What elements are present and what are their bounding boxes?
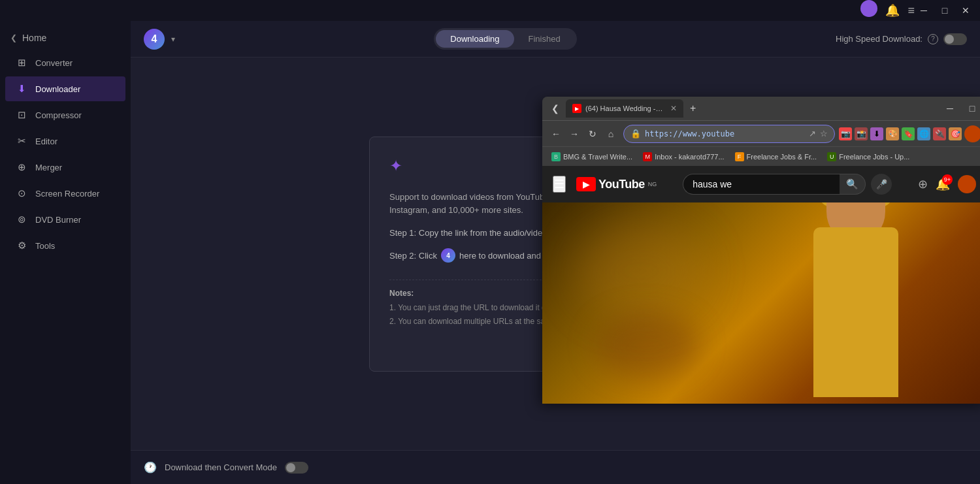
sidebar-item-dvd-burner[interactable]: ⊚ DVD Burner	[5, 207, 125, 232]
bookmark-freelance2[interactable]: U Freelance Jobs - Up...	[823, 151, 913, 163]
bookmark-bmg[interactable]: B BMG & Travel Write...	[547, 151, 636, 163]
bg-blob-2	[595, 312, 699, 378]
sidebar-item-editor[interactable]: ✂ Editor	[5, 129, 125, 153]
menu-icon[interactable]: ≡	[907, 4, 915, 18]
ext-icon-8[interactable]: 🎯	[949, 127, 962, 140]
downloader-icon: ⬇	[16, 83, 27, 95]
youtube-video-area[interactable]	[542, 202, 980, 404]
browser-home-button[interactable]: ⌂	[602, 125, 619, 142]
freelance1-favicon: F	[735, 152, 744, 161]
bookmark-freelance1[interactable]: F Freelance Jobs & Fr...	[731, 151, 821, 163]
home-label: Home	[22, 33, 46, 43]
bmg-label: BMG & Travel Write...	[563, 153, 632, 161]
ext-icon-1[interactable]: 📷	[839, 127, 852, 140]
youtube-search-input[interactable]	[683, 174, 840, 195]
collapse-icon: ❮	[10, 33, 17, 42]
help-icon[interactable]: ?	[928, 34, 938, 44]
converter-icon: ⊞	[16, 57, 27, 69]
browser-nav-buttons: ← → ↻ ⌂	[547, 125, 619, 142]
tools-label: Tools	[35, 241, 55, 251]
ext-icon-3[interactable]: ⬇	[870, 127, 883, 140]
youtube-mic-button[interactable]: 🎤	[871, 174, 892, 195]
yt-user-avatar[interactable]	[958, 175, 976, 193]
merger-icon: ⊕	[16, 161, 27, 173]
download-mode-toggle[interactable]	[285, 462, 308, 474]
sidebar-item-downloader[interactable]: ⬇ Downloader	[5, 76, 125, 101]
youtube-logo[interactable]: ▶ YouTube NG	[576, 177, 657, 191]
minimize-button[interactable]: ─	[915, 4, 933, 17]
app-logo[interactable]: 4	[144, 29, 165, 50]
tab-switcher: Downloading Finished	[434, 28, 576, 50]
sparkle-icon: ✦	[389, 157, 402, 175]
user-avatar-icon[interactable]	[860, 0, 877, 21]
browser-maximize-button[interactable]: □	[963, 102, 980, 115]
address-bar[interactable]: 🔒 ↗ ☆	[623, 125, 835, 143]
gmail-label: Inbox - kakarotd777...	[655, 153, 724, 161]
browser-youtube-content: ☰ ▶ YouTube NG 🔍 🎤	[542, 166, 980, 404]
sidebar-item-tools[interactable]: ⚙ Tools	[5, 233, 125, 258]
sidebar-item-converter[interactable]: ⊞ Converter	[5, 50, 125, 75]
browser-window: ❮ ▶ (64) Hausa Wedding - Zahra & ✕ + ─ □	[542, 97, 980, 404]
top-bar-left: 4 ▾	[144, 29, 175, 50]
compressor-icon: ⊡	[16, 109, 27, 121]
browser-new-tab-button[interactable]: +	[686, 103, 700, 114]
youtube-search-area: 🔍 🎤	[667, 174, 907, 195]
compressor-label: Compressor	[35, 110, 82, 120]
notification-icon[interactable]: 🔔	[885, 3, 900, 18]
sidebar-item-merger[interactable]: ⊕ Merger	[5, 155, 125, 180]
youtube-country: NG	[648, 181, 657, 187]
logo-dropdown[interactable]: ▾	[171, 35, 175, 44]
browser-minimize-button[interactable]: ─	[941, 102, 959, 115]
browser-tab-back-btn[interactable]: ❮	[547, 101, 563, 116]
high-speed-label: High Speed Download:	[836, 34, 923, 44]
converter-label: Converter	[35, 58, 73, 68]
ext-icon-2[interactable]: 📸	[855, 127, 868, 140]
share-icon[interactable]: ↗	[809, 129, 816, 138]
bg-blob-1	[575, 222, 706, 320]
tab-finished[interactable]: Finished	[514, 30, 575, 48]
step-logo[interactable]: 4	[441, 248, 455, 263]
yt-create-button[interactable]: ⊕	[918, 177, 928, 191]
youtube-search-button[interactable]: 🔍	[840, 174, 866, 195]
body	[813, 227, 898, 397]
address-input[interactable]	[645, 129, 805, 138]
yt-menu-button[interactable]: ☰	[553, 176, 566, 193]
tools-icon: ⚙	[16, 240, 27, 251]
ext-icon-5[interactable]: 🔖	[902, 127, 915, 140]
download-mode-label: Download then Convert Mode	[165, 462, 277, 472]
bookmark-gmail[interactable]: M Inbox - kakarotd777...	[639, 151, 728, 163]
ext-icon-4[interactable]: 🎨	[886, 127, 899, 140]
ext-icon-7[interactable]: 🔌	[933, 127, 946, 140]
ext-icon-6[interactable]: 🌐	[917, 127, 930, 140]
screen-recorder-label: Screen Recorder	[35, 189, 99, 199]
browser-extensions: 📷 📸 ⬇ 🎨 🔖 🌐 🔌 🎯	[839, 125, 980, 142]
tab-downloading[interactable]: Downloading	[436, 30, 514, 48]
clock-icon: 🕐	[144, 461, 157, 474]
browser-tab-title: (64) Hausa Wedding - Zahra &	[585, 105, 664, 112]
sidebar-item-screen-recorder[interactable]: ⊙ Screen Recorder	[5, 181, 125, 206]
close-button[interactable]: ✕	[956, 4, 975, 17]
freelance2-label: Freelance Jobs - Up...	[839, 153, 909, 161]
youtube-logo-icon: ▶	[576, 177, 596, 191]
content-area: ✦ Support to download videos from YouTub…	[131, 57, 980, 450]
bottom-bar: 🕐 Download then Convert Mode	[131, 450, 980, 484]
yt-notifications-button[interactable]: 🔔 9+	[936, 177, 950, 191]
browser-back-button[interactable]: ←	[547, 125, 564, 142]
bookmarks-bar: B BMG & Travel Write... M Inbox - kakaro…	[542, 146, 980, 166]
sidebar-item-home[interactable]: ❮ Home	[0, 26, 131, 50]
maximize-button[interactable]: □	[936, 4, 954, 17]
browser-refresh-button[interactable]: ↻	[584, 125, 601, 142]
gmail-favicon: M	[643, 152, 652, 161]
high-speed-toggle[interactable]	[943, 33, 967, 45]
browser-tab-close[interactable]: ✕	[670, 104, 677, 113]
youtube-search-bar: 🔍	[683, 174, 866, 195]
sidebar-item-compressor[interactable]: ⊡ Compressor	[5, 103, 125, 127]
title-bar: 🔔 ≡ ─ □ ✕	[0, 0, 980, 21]
browser-user-avatar[interactable]	[964, 125, 980, 142]
browser-forward-button[interactable]: →	[566, 125, 583, 142]
main-content: 4 ▾ Downloading Finished High Speed Down…	[131, 21, 980, 484]
youtube-favicon: ▶	[572, 104, 581, 113]
window-controls: ─ □ ✕	[915, 4, 975, 17]
bookmark-star-icon[interactable]: ☆	[820, 129, 828, 138]
browser-tab-active[interactable]: ▶ (64) Hausa Wedding - Zahra & ✕	[566, 99, 683, 118]
